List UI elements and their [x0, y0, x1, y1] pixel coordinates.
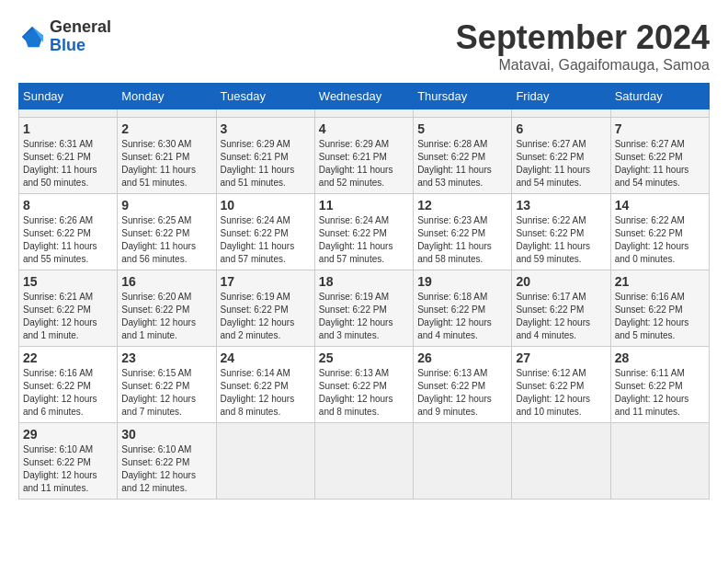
table-row — [414, 109, 512, 118]
table-row: 23Sunrise: 6:15 AMSunset: 6:22 PMDayligh… — [118, 347, 216, 423]
logo-blue: Blue — [50, 37, 111, 55]
calendar-header-row: Sunday Monday Tuesday Wednesday Thursday… — [19, 84, 710, 109]
logo: General Blue — [18, 18, 111, 55]
month-title: September 2024 — [456, 18, 710, 57]
day-number: 30 — [121, 427, 211, 442]
table-row: 29Sunrise: 6:10 AMSunset: 6:22 PMDayligh… — [19, 423, 118, 500]
day-info: Sunrise: 6:29 AMSunset: 6:21 PMDaylight:… — [319, 138, 409, 190]
day-info: Sunrise: 6:25 AMSunset: 6:22 PMDaylight:… — [121, 214, 211, 266]
day-info: Sunrise: 6:28 AMSunset: 6:22 PMDaylight:… — [417, 138, 507, 190]
table-row: 3Sunrise: 6:29 AMSunset: 6:21 PMDaylight… — [216, 118, 314, 194]
table-row: 24Sunrise: 6:14 AMSunset: 6:22 PMDayligh… — [216, 347, 314, 423]
day-info: Sunrise: 6:19 AMSunset: 6:22 PMDaylight:… — [319, 291, 409, 342]
table-row: 14Sunrise: 6:22 AMSunset: 6:22 PMDayligh… — [610, 194, 709, 270]
calendar-week-row — [19, 109, 710, 118]
day-number: 24 — [221, 350, 311, 365]
calendar-table: Sunday Monday Tuesday Wednesday Thursday… — [18, 83, 710, 500]
day-info: Sunrise: 6:16 AMSunset: 6:22 PMDaylight:… — [615, 291, 705, 342]
calendar-week-row: 15Sunrise: 6:21 AMSunset: 6:22 PMDayligh… — [19, 270, 710, 347]
day-info: Sunrise: 6:27 AMSunset: 6:22 PMDaylight:… — [615, 138, 705, 190]
table-row: 25Sunrise: 6:13 AMSunset: 6:22 PMDayligh… — [314, 347, 413, 423]
day-info: Sunrise: 6:20 AMSunset: 6:22 PMDaylight:… — [121, 291, 211, 342]
day-info: Sunrise: 6:27 AMSunset: 6:22 PMDaylight:… — [516, 138, 606, 190]
col-tuesday: Tuesday — [216, 84, 314, 109]
day-info: Sunrise: 6:17 AMSunset: 6:22 PMDaylight:… — [516, 291, 606, 342]
day-number: 14 — [615, 198, 705, 213]
day-number: 18 — [319, 274, 409, 289]
day-number: 2 — [121, 121, 211, 136]
table-row: 13Sunrise: 6:22 AMSunset: 6:22 PMDayligh… — [512, 194, 610, 270]
day-number: 23 — [121, 350, 211, 365]
table-row: 8Sunrise: 6:26 AMSunset: 6:22 PMDaylight… — [19, 194, 118, 270]
table-row: 17Sunrise: 6:19 AMSunset: 6:22 PMDayligh… — [216, 270, 314, 347]
calendar-week-row: 29Sunrise: 6:10 AMSunset: 6:22 PMDayligh… — [19, 423, 710, 500]
day-info: Sunrise: 6:14 AMSunset: 6:22 PMDaylight:… — [221, 367, 311, 419]
day-number: 4 — [319, 121, 409, 136]
day-info: Sunrise: 6:23 AMSunset: 6:22 PMDaylight:… — [417, 214, 507, 266]
table-row — [314, 109, 413, 118]
day-number: 16 — [121, 274, 211, 289]
day-info: Sunrise: 6:13 AMSunset: 6:22 PMDaylight:… — [319, 367, 409, 419]
day-number: 20 — [516, 274, 606, 289]
day-number: 8 — [23, 198, 113, 213]
table-row: 30Sunrise: 6:10 AMSunset: 6:22 PMDayligh… — [118, 423, 216, 500]
col-monday: Monday — [118, 84, 216, 109]
day-number: 27 — [516, 350, 606, 365]
logo-icon — [18, 23, 46, 51]
day-info: Sunrise: 6:29 AMSunset: 6:21 PMDaylight:… — [221, 138, 311, 190]
col-sunday: Sunday — [19, 84, 118, 109]
location-subtitle: Matavai, Gagaifomauga, Samoa — [456, 57, 710, 74]
table-row: 4Sunrise: 6:29 AMSunset: 6:21 PMDaylight… — [314, 118, 413, 194]
day-number: 15 — [23, 274, 113, 289]
table-row — [610, 423, 709, 500]
day-number: 6 — [516, 121, 606, 136]
table-row — [118, 109, 216, 118]
table-row — [314, 423, 413, 500]
table-row: 22Sunrise: 6:16 AMSunset: 6:22 PMDayligh… — [19, 347, 118, 423]
day-info: Sunrise: 6:31 AMSunset: 6:21 PMDaylight:… — [23, 138, 113, 190]
day-number: 9 — [121, 198, 211, 213]
table-row — [19, 109, 118, 118]
day-number: 12 — [417, 198, 507, 213]
table-row: 9Sunrise: 6:25 AMSunset: 6:22 PMDaylight… — [118, 194, 216, 270]
day-number: 17 — [221, 274, 311, 289]
calendar-week-row: 1Sunrise: 6:31 AMSunset: 6:21 PMDaylight… — [19, 118, 710, 194]
day-info: Sunrise: 6:22 AMSunset: 6:22 PMDaylight:… — [615, 214, 705, 266]
table-row: 6Sunrise: 6:27 AMSunset: 6:22 PMDaylight… — [512, 118, 610, 194]
table-row: 18Sunrise: 6:19 AMSunset: 6:22 PMDayligh… — [314, 270, 413, 347]
col-saturday: Saturday — [610, 84, 709, 109]
day-number: 26 — [417, 350, 507, 365]
day-info: Sunrise: 6:16 AMSunset: 6:22 PMDaylight:… — [23, 367, 113, 419]
day-number: 21 — [615, 274, 705, 289]
day-number: 10 — [221, 198, 311, 213]
day-number: 13 — [516, 198, 606, 213]
day-number: 1 — [23, 121, 113, 136]
table-row — [216, 109, 314, 118]
day-number: 19 — [417, 274, 507, 289]
day-number: 22 — [23, 350, 113, 365]
table-row: 12Sunrise: 6:23 AMSunset: 6:22 PMDayligh… — [414, 194, 512, 270]
col-wednesday: Wednesday — [314, 84, 413, 109]
logo-text: General Blue — [50, 18, 111, 55]
day-number: 25 — [319, 350, 409, 365]
table-row: 5Sunrise: 6:28 AMSunset: 6:22 PMDaylight… — [414, 118, 512, 194]
col-friday: Friday — [512, 84, 610, 109]
table-row: 1Sunrise: 6:31 AMSunset: 6:21 PMDaylight… — [19, 118, 118, 194]
logo-general: General — [50, 18, 111, 37]
title-block: September 2024 Matavai, Gagaifomauga, Sa… — [456, 18, 710, 74]
day-info: Sunrise: 6:30 AMSunset: 6:21 PMDaylight:… — [121, 138, 211, 190]
table-row: 21Sunrise: 6:16 AMSunset: 6:22 PMDayligh… — [610, 270, 709, 347]
day-number: 29 — [23, 427, 113, 442]
day-info: Sunrise: 6:19 AMSunset: 6:22 PMDaylight:… — [221, 291, 311, 342]
table-row: 11Sunrise: 6:24 AMSunset: 6:22 PMDayligh… — [314, 194, 413, 270]
table-row: 10Sunrise: 6:24 AMSunset: 6:22 PMDayligh… — [216, 194, 314, 270]
table-row — [512, 423, 610, 500]
table-row: 27Sunrise: 6:12 AMSunset: 6:22 PMDayligh… — [512, 347, 610, 423]
table-row: 7Sunrise: 6:27 AMSunset: 6:22 PMDaylight… — [610, 118, 709, 194]
day-info: Sunrise: 6:18 AMSunset: 6:22 PMDaylight:… — [417, 291, 507, 342]
day-number: 11 — [319, 198, 409, 213]
table-row — [414, 423, 512, 500]
page-header: General Blue September 2024 Matavai, Gag… — [18, 18, 710, 74]
table-row — [512, 109, 610, 118]
day-info: Sunrise: 6:13 AMSunset: 6:22 PMDaylight:… — [417, 367, 507, 419]
